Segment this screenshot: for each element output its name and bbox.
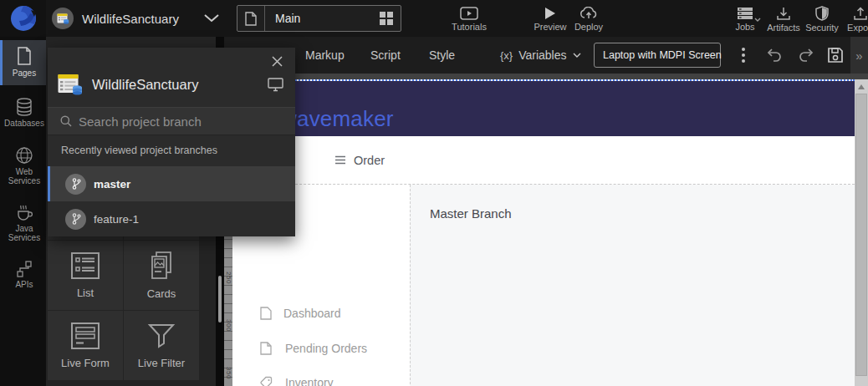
sidebar-item-label: APIs xyxy=(15,280,33,290)
widget-label: Cards xyxy=(147,287,176,300)
project-switcher[interactable]: WildlifeSanctuary xyxy=(52,0,219,37)
document-icon xyxy=(260,342,272,355)
page-selector[interactable]: Main xyxy=(237,5,401,32)
canvas-nav-label: Dashboard xyxy=(283,307,341,320)
preview-icon xyxy=(544,7,556,20)
tutorials-label: Tutorials xyxy=(452,22,487,32)
canvas-nav-inventory[interactable]: Inventory xyxy=(232,374,410,386)
variables-menu[interactable]: {x} Variables xyxy=(500,37,581,74)
deploy-icon xyxy=(580,7,598,20)
scroll-up-arrow-icon[interactable] xyxy=(858,84,865,89)
security-icon xyxy=(815,6,829,21)
ruler-mark: 300 xyxy=(225,319,232,332)
tab-script[interactable]: Script xyxy=(370,37,401,74)
canvas-brand-text[interactable]: wavemaker xyxy=(281,106,394,132)
database-icon xyxy=(15,98,33,116)
dashboard-icon xyxy=(260,307,272,320)
artifacts-button[interactable]: Artifacts xyxy=(764,3,803,35)
widget-label: List xyxy=(77,287,94,299)
canvas-content[interactable]: Master Branch xyxy=(410,185,855,386)
git-branch-icon xyxy=(65,209,86,230)
undo-icon xyxy=(766,48,783,63)
project-branch-popup: WildlifeSanctuary Recently viewed projec… xyxy=(48,48,295,236)
undo-button[interactable] xyxy=(763,45,785,65)
jobs-label: Jobs xyxy=(735,22,754,32)
sidebar-item-pages[interactable]: Pages xyxy=(0,40,46,85)
project-notes-icon xyxy=(58,74,83,96)
widget-tile-live-form[interactable]: Live Form xyxy=(48,311,123,380)
wavemaker-studio-window: WildlifeSanctuary Main Tutorials Preview… xyxy=(0,0,868,386)
design-canvas[interactable]: wavemaker Order Dashboard Pending Orders xyxy=(232,79,855,386)
canvas-menu-order[interactable]: Order xyxy=(334,154,385,167)
redo-button[interactable] xyxy=(795,45,817,65)
widget-tile-cards[interactable]: Cards xyxy=(124,241,199,310)
canvas-content-text: Master Branch xyxy=(430,206,512,221)
branch-search-input[interactable] xyxy=(79,114,283,129)
canvas-scrollbar-thumb[interactable] xyxy=(855,94,867,376)
branch-item-master[interactable]: master xyxy=(48,166,295,201)
current-page-name: Main xyxy=(265,12,372,25)
chevron-down-icon[interactable] xyxy=(204,14,219,23)
device-selector[interactable]: Laptop with MDPI Screen xyxy=(594,43,721,68)
canvas-nav-dashboard[interactable]: Dashboard xyxy=(232,305,410,322)
export-label: Export xyxy=(847,23,868,33)
variables-label: Variables xyxy=(518,48,566,62)
sidebar-item-web-services[interactable]: Web Services xyxy=(0,140,46,193)
widget-tile-list[interactable]: List xyxy=(48,241,123,310)
canvas-app-header[interactable]: wavemaker xyxy=(232,81,855,136)
globe-icon xyxy=(15,146,33,165)
page-icon xyxy=(237,6,265,31)
canvas-toolbar: Markup Script Style {x} Variables Laptop… xyxy=(224,37,868,74)
security-button[interactable]: Security xyxy=(803,3,841,35)
project-name: WildlifeSanctuary xyxy=(82,12,179,26)
tag-icon xyxy=(260,376,273,386)
popup-project-title: WildlifeSanctuary xyxy=(92,77,198,93)
deploy-label: Deploy xyxy=(574,22,603,32)
popup-header: WildlifeSanctuary xyxy=(48,64,295,104)
monitor-icon[interactable] xyxy=(268,78,283,92)
wavemaker-logo[interactable] xyxy=(0,0,46,37)
tutorials-button[interactable]: Tutorials xyxy=(446,3,493,35)
branch-search[interactable] xyxy=(48,107,295,135)
sidebar-item-label: Java Services xyxy=(3,224,46,243)
collapse-panel-button[interactable]: » xyxy=(850,37,868,74)
preview-button[interactable]: Preview xyxy=(530,3,570,35)
widget-label: Live Filter xyxy=(138,357,185,369)
top-bar: WildlifeSanctuary Main Tutorials Preview… xyxy=(0,0,868,37)
tab-markup[interactable]: Markup xyxy=(305,37,345,74)
sidebar-item-databases[interactable]: Databases xyxy=(0,92,46,135)
topbar-right-actions: Jobs Artifacts Security Export xyxy=(726,3,868,35)
more-options-kebab[interactable] xyxy=(736,45,751,65)
canvas-nav-pending-orders[interactable]: Pending Orders xyxy=(232,340,410,357)
jobs-button[interactable]: Jobs xyxy=(726,3,764,35)
canvas-menu-label: Order xyxy=(354,154,385,167)
canvas-scrollbar[interactable] xyxy=(855,79,868,386)
pages-icon xyxy=(16,46,33,66)
canvas-nav-label: Pending Orders xyxy=(285,342,367,355)
canvas-gap xyxy=(232,74,868,79)
palette-scrollbar-thumb[interactable] xyxy=(218,276,222,323)
tab-style[interactable]: Style xyxy=(429,37,455,74)
sidebar-item-apis[interactable]: APIs xyxy=(0,255,46,297)
deploy-button[interactable]: Deploy xyxy=(569,3,609,35)
project-notes-icon xyxy=(57,13,69,24)
tutorials-icon xyxy=(460,7,478,20)
live-form-widget-icon xyxy=(71,323,100,349)
list-widget-icon xyxy=(71,252,100,279)
redo-icon xyxy=(798,48,814,63)
jobs-chevron-icon xyxy=(754,18,761,22)
cards-widget-icon xyxy=(148,251,175,280)
branch-item-feature-1[interactable]: feature-1 xyxy=(48,201,295,236)
export-button[interactable]: Export xyxy=(841,3,868,35)
pages-grid-icon[interactable] xyxy=(372,12,401,25)
sidebar-item-label: Pages xyxy=(13,69,36,79)
preview-label: Preview xyxy=(534,22,566,32)
artifacts-icon xyxy=(776,7,791,21)
search-icon xyxy=(60,115,72,127)
widget-tile-live-filter[interactable]: Live Filter xyxy=(124,311,199,380)
ruler-mark: 350 xyxy=(225,367,232,379)
save-button[interactable] xyxy=(825,45,846,65)
sidebar-item-java-services[interactable]: Java Services xyxy=(0,198,46,250)
branch-name: feature-1 xyxy=(94,213,139,226)
sidebar-item-label: Databases xyxy=(4,119,44,129)
